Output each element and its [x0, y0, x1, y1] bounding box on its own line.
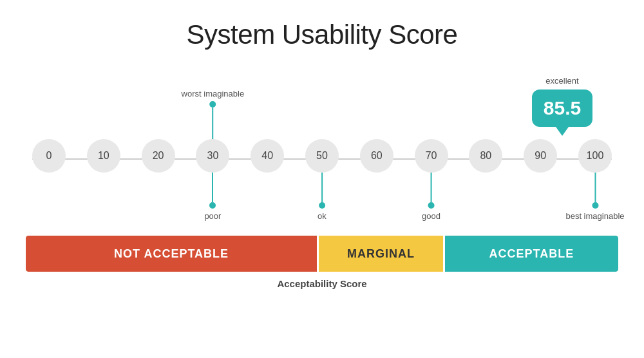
chart-area: excellent 85.5 0 10 20 worst imaginable … — [13, 63, 631, 231]
node-60-circle: 60 — [360, 139, 393, 173]
score-label-excellent: excellent — [545, 76, 578, 86]
node-10: 10 — [87, 139, 120, 173]
node-10-circle: 10 — [87, 139, 120, 173]
score-badge: excellent 85.5 — [533, 76, 591, 127]
node-100-circle: 100 — [578, 139, 612, 173]
label-good: good — [422, 211, 440, 221]
node-70: 70 good — [415, 139, 448, 173]
node-0-circle: 0 — [32, 139, 66, 173]
node-20: 20 — [142, 139, 175, 173]
node-40-circle: 40 — [251, 139, 284, 173]
score-value: 85.5 — [532, 90, 592, 127]
bar-acceptable: ACCEPTABLE — [445, 236, 618, 272]
acceptability-bar: NOT ACCEPTABLE MARGINAL ACCEPTABLE — [26, 236, 618, 272]
node-0: 0 — [32, 139, 66, 173]
label-ok: ok — [317, 211, 327, 221]
node-30-circle: 30 — [196, 139, 229, 173]
node-40: 40 — [251, 139, 284, 173]
bar-not-acceptable: NOT ACCEPTABLE — [26, 236, 317, 272]
page-title: System Usability Score — [187, 19, 458, 50]
node-90-circle: 90 — [524, 139, 557, 173]
scale-nodes: 0 10 20 worst imaginable 30 poor — [32, 139, 612, 173]
label-poor: poor — [204, 211, 221, 221]
node-100: 100 best imaginable — [578, 139, 612, 173]
node-70-circle: 70 — [415, 139, 448, 173]
node-80-circle: 80 — [469, 139, 502, 173]
node-60: 60 — [360, 139, 393, 173]
bar-marginal: MARGINAL — [319, 236, 442, 272]
node-20-circle: 20 — [142, 139, 175, 173]
node-50: 50 ok — [305, 139, 339, 173]
label-worst-imaginable: worst imaginable — [182, 89, 245, 99]
label-best-imaginable: best imaginable — [565, 211, 624, 221]
node-50-circle: 50 — [305, 139, 339, 173]
node-90: 90 — [524, 139, 557, 173]
acceptability-label: Acceptability Score — [277, 278, 366, 289]
node-30: worst imaginable 30 poor — [196, 139, 229, 173]
node-80: 80 — [469, 139, 502, 173]
